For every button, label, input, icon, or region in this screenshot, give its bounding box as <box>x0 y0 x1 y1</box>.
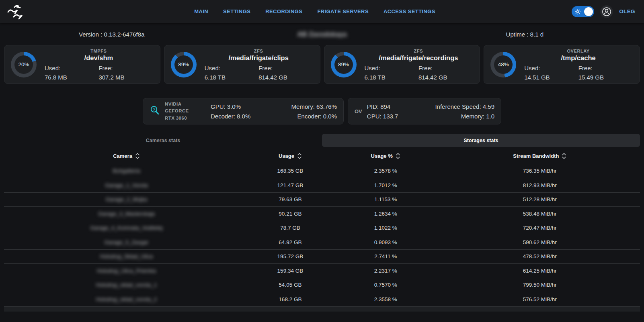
column-header-label: Usage <box>279 153 294 159</box>
storage-stats-table: Camera Usage Usage % Stream Bandwidth Bu… <box>4 149 640 307</box>
usage-percent-cell: 1.1022 % <box>332 221 440 235</box>
storage-usage-donut: 20% <box>11 52 37 77</box>
usage-percent-cell: 1.2634 % <box>332 207 440 221</box>
gpu-encoder-stat: Encoder: 0.0% <box>274 113 337 120</box>
usage-cell: 78.7 GB <box>249 221 332 235</box>
process-cards-row: ? NVIDIA GEFORCE RTX 3060 GPU: 3.0% Deco… <box>0 98 644 124</box>
detector-pid-stat: PID: 894 <box>367 103 431 110</box>
usage-cell: 79.63 GB <box>249 192 332 207</box>
storage-usage-donut: 89% <box>171 52 197 77</box>
used-value: 6.18 TB <box>205 74 258 81</box>
detector-stats-left: PID: 894 CPU: 133.7 <box>367 103 431 120</box>
table-row: Holodnyj_Ulica_Priemka159.34 GB2.2317 %6… <box>4 264 640 278</box>
sort-icon <box>396 153 400 159</box>
gpu-stats: GPU: 3.0% Decoder: 8.0% Memory: 63.76% E… <box>211 103 337 120</box>
camera-name-cell: Holodnyj_Sklad_Ulica <box>4 249 249 264</box>
theme-toggle[interactable] <box>572 6 594 17</box>
detector-memory-stat: Memory: 1.0 <box>431 113 494 120</box>
camera-name-cell: Garage_2_Mojka <box>4 192 249 207</box>
nav-item-main[interactable]: MAIN <box>194 8 208 14</box>
gpu-search-icon: ? <box>150 105 160 117</box>
storage-stats-table-wrap: Camera Usage Usage % Stream Bandwidth Bu… <box>4 149 640 312</box>
table-row: Holodnyj_sklad_vorota_154.05 GB0.7570 %7… <box>4 278 640 292</box>
nav-item-recordings[interactable]: RECORDINGS <box>265 8 302 14</box>
used-value: 6.18 TB <box>365 74 418 81</box>
tab-storages-stats[interactable]: Storages stats <box>322 134 640 147</box>
site-title: AB Zavodskaya <box>297 31 347 38</box>
mount-path-label: /media/frigate/clips <box>203 54 314 62</box>
used-label: Used: <box>524 65 578 71</box>
storage-card: 48% OVERLAY /tmp/cache Used: 14.51 GB Fr… <box>484 45 640 84</box>
camera-name-cell: Holodnyj_Ulica_Priemka <box>4 264 249 278</box>
usage-cell: 90.21 GB <box>249 207 332 221</box>
storage-usage-donut: 48% <box>490 52 516 77</box>
tab-cameras-stats[interactable]: Cameras stats <box>4 134 322 147</box>
gpu-usage-stat: GPU: 3.0% <box>211 103 274 110</box>
detector-stats-right: Inference Speed: 4.59 Memory: 1.0 <box>431 103 494 120</box>
storage-usage-percent: 89% <box>338 61 349 67</box>
camera-name-cell: Holodnyj_sklad_vorota_1 <box>4 278 249 292</box>
nav-right-controls: OLEG <box>572 5 635 18</box>
used-label: Used: <box>365 65 418 71</box>
gpu-stats-right: Memory: 63.76% Encoder: 0.0% <box>274 103 337 120</box>
stream-bandwidth-cell: 720.47 MiB/hr <box>440 221 640 235</box>
detector-stats: PID: 894 CPU: 133.7 Inference Speed: 4.5… <box>367 103 494 120</box>
storage-usage-percent: 48% <box>498 61 509 67</box>
stream-bandwidth-cell: 799.50 MiB/hr <box>440 278 640 292</box>
filesystem-type-label: ZFS <box>363 49 474 53</box>
used-label: Used: <box>45 65 98 71</box>
column-header-usage[interactable]: Usage <box>249 149 332 164</box>
stream-bandwidth-cell: 812.93 MiB/hr <box>440 178 640 193</box>
stats-tabs: Cameras statsStorages stats <box>4 134 640 147</box>
table-row: Garage_1_Vorota121.47 GB1.7012 %812.93 M… <box>4 178 640 193</box>
column-header-stream-bandwidth[interactable]: Stream Bandwidth <box>440 149 640 164</box>
free-label: Free: <box>578 65 632 71</box>
filesystem-type-label: OVERLAY <box>523 49 634 53</box>
column-header-usage[interactable]: Usage % <box>332 149 440 164</box>
usage-percent-cell: 1.1153 % <box>332 192 440 207</box>
column-header-camera[interactable]: Camera <box>4 149 249 164</box>
table-row: Garage_2_Mojka79.63 GB1.1153 %512.28 MiB… <box>4 192 640 207</box>
detector-cpu-stat: CPU: 133.7 <box>367 113 431 120</box>
stream-bandwidth-cell: 736.35 MiB/hr <box>440 164 640 178</box>
storage-usage-percent: 20% <box>18 61 29 67</box>
camera-name-cell: Garage_3_Masterskaja <box>4 207 249 221</box>
usage-cell: 168.2 GB <box>249 292 332 307</box>
partially-visible-row <box>4 307 640 312</box>
nav-item-access-settings[interactable]: ACCESS SETTINGS <box>384 8 435 14</box>
storage-usage-donut: 89% <box>331 52 357 77</box>
usage-percent-cell: 2.3578 % <box>332 164 440 178</box>
free-label: Free: <box>98 65 152 71</box>
free-value: 15.49 GB <box>578 74 632 81</box>
free-value: 814.42 GB <box>258 74 312 81</box>
nav-item-frigate-servers[interactable]: FRIGATE SERVERS <box>317 8 369 14</box>
usage-cell: 195.72 GB <box>249 249 332 264</box>
filesystem-type-label: ZFS <box>203 49 314 53</box>
free-value: 307.2 MB <box>98 74 152 81</box>
gpu-card: ? NVIDIA GEFORCE RTX 3060 GPU: 3.0% Deco… <box>143 98 344 124</box>
sun-icon <box>574 8 581 16</box>
usage-percent-cell: 2.3558 % <box>332 292 440 307</box>
user-avatar[interactable] <box>600 5 613 18</box>
stream-bandwidth-cell: 512.28 MiB/hr <box>440 192 640 207</box>
storage-usage-percent: 89% <box>178 61 189 67</box>
nav-item-settings[interactable]: SETTINGS <box>223 8 250 14</box>
free-value: 814.42 GB <box>418 74 472 81</box>
table-row: Garage_4_Komnata_Voditelej78.7 GB1.1022 … <box>4 221 640 235</box>
stream-bandwidth-cell: 478.52 MiB/hr <box>440 249 640 264</box>
column-header-label: Usage % <box>371 153 393 159</box>
table-row: Buhgalteria168.35 GB2.3578 %736.35 MiB/h… <box>4 164 640 178</box>
username-label[interactable]: OLEG <box>619 8 635 14</box>
usage-percent-cell: 1.7012 % <box>332 178 440 193</box>
mount-path-label: /media/frigate/recordings <box>363 54 474 62</box>
frigate-logo-icon[interactable] <box>6 3 24 20</box>
usage-percent-cell: 0.9093 % <box>332 235 440 250</box>
camera-name-cell: Holodnyj_sklad_vorota_2 <box>4 292 249 307</box>
storage-cards-row: 20% TMPFS /dev/shm Used: 76.8 MB Free: 3… <box>0 45 644 84</box>
sort-icon <box>135 153 140 159</box>
table-row: Holodnyj_Sklad_Ulica195.72 GB2.7411 %478… <box>4 249 640 264</box>
storage-card: 89% ZFS /media/frigate/recordings Used: … <box>324 45 480 84</box>
table-row: Holodnyj_sklad_vorota_2168.2 GB2.3558 %5… <box>4 292 640 307</box>
detector-inference-stat: Inference Speed: 4.59 <box>431 103 494 110</box>
stream-bandwidth-cell: 576.52 MiB/hr <box>440 292 640 307</box>
